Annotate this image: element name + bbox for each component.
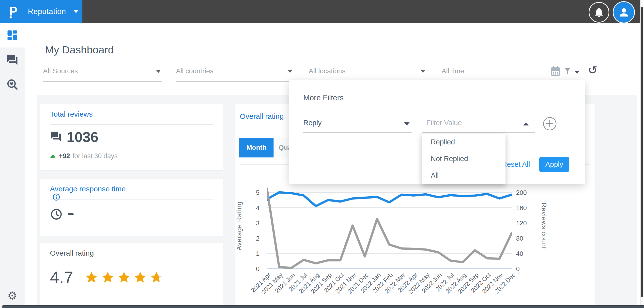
vertical-scrollbar-thumb[interactable]	[641, 7, 643, 297]
total-reviews-value: 1036	[67, 129, 98, 145]
menu-item-all[interactable]: All	[422, 167, 506, 184]
avg-response-time-title[interactable]: Average response time	[50, 185, 126, 201]
star-icon	[117, 270, 131, 285]
locations-filter-value: All locations	[309, 67, 345, 75]
chat-bubbles-icon	[6, 54, 18, 66]
user-avatar[interactable]	[613, 1, 635, 23]
apply-button[interactable]: Apply	[539, 157, 569, 172]
countries-filter-select[interactable]: All countries	[176, 66, 294, 82]
left-axis-title: Average Rating	[236, 201, 243, 250]
chevron-down-icon	[288, 70, 292, 73]
select-underline	[422, 132, 535, 133]
axis-tick: 0	[256, 265, 260, 273]
more-filters-button[interactable]	[563, 67, 572, 76]
logo-dot-icon	[10, 16, 12, 18]
divider	[50, 199, 213, 200]
filter-field-value: Reply	[303, 119, 322, 127]
reputation-dashboard-page: P Reputation	[0, 0, 644, 308]
time-filter-select[interactable]: All time	[442, 66, 560, 82]
filter-field-select[interactable]: Reply	[303, 114, 412, 133]
info-icon[interactable]	[52, 193, 60, 201]
vertical-scrollbar[interactable]	[640, 0, 644, 308]
filter-underline	[176, 81, 294, 82]
chat-bubbles-icon	[50, 131, 62, 142]
settings-gear-icon[interactable]: ⚙	[0, 290, 24, 301]
filter-value-select[interactable]: Filter Value	[422, 114, 535, 133]
horizontal-scrollbar-thumb[interactable]	[2, 305, 644, 308]
reset-filters-button[interactable]: ↺	[588, 64, 598, 76]
avg-response-time-title-text: Average response time	[50, 185, 126, 193]
axis-tick: 3	[256, 220, 260, 227]
filter-value-placeholder: Filter Value	[426, 119, 462, 127]
right-axis-title: Reviews count	[540, 203, 548, 249]
overall-rating-value: 4.7	[50, 268, 73, 287]
sidebar-item-reviews[interactable]	[0, 48, 24, 72]
sidebar-item-dashboard[interactable]	[0, 23, 24, 48]
total-reviews-title[interactable]: Total reviews	[50, 110, 92, 118]
total-reviews-card: Total reviews 1036 +92 for last 30 days	[40, 104, 222, 170]
search-heart-icon	[6, 78, 18, 90]
line-chart	[267, 183, 512, 269]
dashboard-icon	[6, 29, 19, 42]
select-underline	[303, 132, 412, 133]
sources-filter-select[interactable]: All Sources	[43, 66, 162, 82]
bell-icon	[593, 7, 605, 18]
avg-response-time-card: Average response time	[40, 179, 222, 236]
star-icon	[84, 270, 99, 285]
star-icon	[100, 270, 115, 285]
filter-underline	[43, 81, 162, 82]
axis-tick: 200	[516, 189, 527, 196]
overall-rating-title: Overall rating	[50, 249, 94, 257]
product-switcher[interactable]: P Reputation	[0, 0, 82, 23]
calendar-icon	[550, 66, 560, 77]
star-rating	[84, 270, 164, 285]
divider	[50, 124, 213, 125]
avg-response-time-value	[68, 213, 74, 215]
axis-tick: 40	[516, 250, 523, 258]
chevron-down-icon	[156, 70, 161, 73]
axis-tick: 2	[256, 235, 260, 242]
clock-icon	[50, 208, 63, 221]
chevron-down-icon	[73, 10, 79, 13]
more-filters-caret-icon[interactable]	[575, 71, 580, 74]
chart-plot-area	[267, 183, 512, 269]
page-title: My Dashboard	[45, 44, 114, 56]
menu-item-replied[interactable]: Replied	[422, 134, 506, 150]
chevron-down-icon	[404, 122, 410, 126]
locations-filter-select[interactable]: All locations	[309, 66, 427, 82]
left-axis-ticks: 543210	[242, 0, 260, 308]
axis-tick: 1	[256, 250, 260, 258]
product-name: Reputation	[28, 7, 66, 16]
star-icon	[133, 270, 147, 285]
chevron-up-icon	[523, 122, 529, 126]
funnel-icon	[563, 67, 572, 76]
axis-tick: 4	[256, 204, 260, 212]
notifications-button[interactable]	[589, 2, 609, 23]
countries-filter-value: All countries	[176, 67, 214, 75]
overall-rating-card: Overall rating 4.7	[40, 243, 222, 308]
time-filter-value: All time	[442, 67, 464, 75]
date-range-button[interactable]	[550, 66, 560, 77]
delta-value: +92	[59, 152, 70, 160]
filter-value-menu: Replied Not Replied All	[422, 134, 506, 184]
brand-logo: P	[9, 0, 18, 23]
star-icon	[149, 270, 164, 285]
sources-filter-value: All Sources	[43, 67, 78, 75]
sidebar: ⚙	[0, 23, 24, 308]
total-reviews-delta-row: +92 for last 30 days	[50, 152, 118, 160]
axis-tick: 80	[516, 235, 523, 242]
trend-up-icon	[50, 154, 56, 158]
series-line-1	[267, 189, 512, 268]
axis-tick: 5	[256, 189, 260, 196]
series-line-0	[267, 192, 512, 206]
person-icon	[618, 6, 630, 19]
add-filter-button[interactable]	[543, 117, 556, 130]
axis-tick: 0	[516, 265, 520, 273]
reset-all-link[interactable]: Reset All	[502, 160, 530, 168]
chevron-down-icon	[420, 70, 425, 73]
sidebar-item-review-search[interactable]	[0, 72, 24, 97]
more-filters-title: More Filters	[303, 94, 344, 102]
axis-tick: 120	[516, 220, 527, 227]
axis-tick: 160	[516, 204, 527, 212]
menu-item-not-replied[interactable]: Not Replied	[422, 150, 506, 167]
